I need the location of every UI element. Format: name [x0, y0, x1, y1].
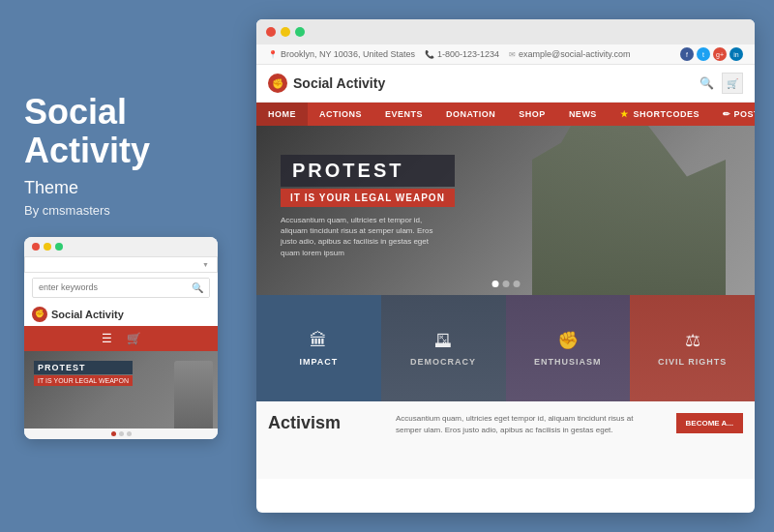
bottom-body-text: Accusantium quam, ultricies eget tempor …	[396, 414, 633, 434]
hero-dot-1[interactable]	[491, 281, 498, 287]
mobile-dot-1	[111, 431, 116, 436]
phone-icon: 📞	[425, 50, 434, 59]
browser-dot-yellow[interactable]	[281, 27, 290, 37]
mobile-hero-title: PROTEST	[34, 361, 133, 374]
mobile-hero-person	[174, 361, 213, 429]
mobile-logo-text: Social Activity	[51, 309, 124, 320]
logo-text: Social Activity	[293, 75, 385, 91]
logo-icon: ✊	[268, 74, 287, 93]
nav-news[interactable]: NEWS	[557, 103, 609, 126]
democracy-icon: 🗳	[434, 331, 452, 351]
desktop-mockup: 📍 Brooklyn, NY 10036, United States 📞 1-…	[256, 19, 755, 513]
mobile-nav-bar: ☰ 🛒	[24, 326, 218, 351]
left-panel: Social Activity Theme By cmsmasters 🔍 ✊ …	[19, 93, 242, 438]
feature-card-democracy[interactable]: 🗳 DEMOCRACY	[381, 295, 506, 401]
nav-shop[interactable]: SHOP	[507, 103, 557, 126]
header-search-icon[interactable]: 🔍	[700, 76, 714, 90]
mobile-dot-yellow	[44, 243, 51, 251]
site-header: ✊ Social Activity 🔍 🛒	[256, 65, 755, 103]
mobile-menu-icon[interactable]: ☰	[102, 332, 112, 345]
email-icon: ✉	[509, 50, 516, 59]
mobile-dot-3	[127, 431, 132, 436]
enthusiasm-icon: ✊	[557, 330, 579, 351]
impact-icon: 🏛	[310, 331, 327, 351]
site-nav: HOME ACTIONS EVENTS DONATION SHOP NEWS ★…	[256, 103, 755, 126]
mobile-logo-icon: ✊	[32, 307, 47, 322]
theme-subtitle: Theme	[24, 178, 242, 198]
mobile-hero-overlay: PROTEST IT IS YOUR LEGAL WEAPON	[34, 361, 133, 386]
topbar-left: 📍 Brooklyn, NY 10036, United States 📞 1-…	[268, 49, 631, 59]
mobile-dropdown[interactable]	[24, 256, 218, 273]
topbar-email: ✉ example@social-activity.com	[509, 49, 631, 59]
hero-subtitle: IT IS YOUR LEGAL WEAPON	[281, 189, 455, 207]
site-logo[interactable]: ✊ Social Activity	[268, 74, 385, 93]
hero-title: PROTEST	[281, 155, 455, 187]
theme-by: By cmsmasters	[24, 203, 242, 218]
topbar-email-text: example@social-activity.com	[519, 49, 631, 59]
topbar-phone: 📞 1-800-123-1234	[425, 49, 499, 59]
googleplus-icon[interactable]: g+	[713, 47, 727, 61]
hero-slide-dots	[491, 281, 520, 287]
mobile-dot-2	[119, 431, 124, 436]
site-topbar: 📍 Brooklyn, NY 10036, United States 📞 1-…	[256, 44, 755, 65]
become-button[interactable]: BECOME A...	[676, 413, 743, 433]
nav-shortcodes[interactable]: ★ SHORTCODES	[609, 103, 711, 126]
mobile-search-button[interactable]: 🔍	[186, 279, 209, 297]
browser-chrome	[256, 19, 755, 44]
bottom-left: Activism	[268, 413, 384, 467]
mobile-search-input[interactable]	[33, 279, 186, 296]
impact-label: IMPACT	[299, 357, 338, 367]
mobile-logo: ✊ Social Activity	[24, 303, 218, 326]
site-bottom: Activism Accusantium quam, ultricies ege…	[256, 401, 755, 479]
feature-cards: 🏛 IMPACT 🗳 DEMOCRACY ✊ ENTHUSIASM ⚖ CIVI…	[256, 295, 755, 401]
browser-dot-red[interactable]	[266, 27, 276, 37]
mobile-dot-green	[55, 243, 63, 251]
feature-card-enthusiasm[interactable]: ✊ ENTHUSIASM	[506, 295, 631, 401]
mobile-dot-red	[32, 243, 40, 251]
twitter-icon[interactable]: t	[697, 47, 710, 61]
topbar-social: f t g+ in	[680, 47, 743, 61]
topbar-address: 📍 Brooklyn, NY 10036, United States	[268, 49, 415, 59]
civil-rights-icon: ⚖	[685, 330, 700, 351]
nav-events[interactable]: EVENTS	[373, 103, 434, 126]
activism-title: Activism	[268, 413, 384, 433]
hero-body-text: Accusantium quam, ultricies et tempor id…	[281, 215, 435, 258]
feature-card-impact[interactable]: 🏛 IMPACT	[256, 295, 381, 401]
nav-donation[interactable]: DONATION	[434, 103, 507, 126]
mobile-search-bar[interactable]: 🔍	[32, 278, 210, 298]
hero-overlay: PROTEST IT IS YOUR LEGAL WEAPON Accusant…	[281, 155, 455, 258]
topbar-phone-text: 1-800-123-1234	[437, 49, 499, 59]
hero-dot-2[interactable]	[502, 281, 509, 287]
mobile-hero-subtitle: IT IS YOUR LEGAL WEAPON	[34, 375, 133, 386]
mobile-slide-dots	[24, 429, 218, 439]
nav-actions[interactable]: ACTIONS	[308, 103, 373, 126]
mobile-mockup: 🔍 ✊ Social Activity ☰ 🛒 PROTEST IT IS YO…	[24, 237, 218, 439]
browser-dot-green[interactable]	[295, 27, 305, 37]
theme-title: Social Activity	[24, 93, 242, 169]
location-icon: 📍	[268, 50, 278, 59]
nav-post-types[interactable]: ✏ POST TYPES	[711, 103, 755, 126]
facebook-icon[interactable]: f	[680, 47, 694, 61]
linkedin-icon[interactable]: in	[729, 47, 743, 61]
hero-dot-3[interactable]	[513, 281, 520, 287]
bottom-right: BECOME A...	[666, 413, 743, 467]
mobile-hero: PROTEST IT IS YOUR LEGAL WEAPON	[24, 351, 218, 429]
mobile-browser-bar	[24, 237, 218, 256]
header-right: 🔍 🛒	[700, 73, 743, 94]
header-cart-icon[interactable]: 🛒	[722, 73, 743, 94]
mobile-cart-icon[interactable]: 🛒	[127, 332, 141, 345]
site-hero: PROTEST IT IS YOUR LEGAL WEAPON Accusant…	[256, 126, 755, 295]
feature-card-civil-rights[interactable]: ⚖ CIVIL RIGHTS	[630, 295, 755, 401]
nav-home[interactable]: HOME	[256, 103, 308, 126]
topbar-address-text: Brooklyn, NY 10036, United States	[281, 49, 415, 59]
bottom-center: Accusantium quam, ultricies eget tempor …	[396, 413, 654, 467]
